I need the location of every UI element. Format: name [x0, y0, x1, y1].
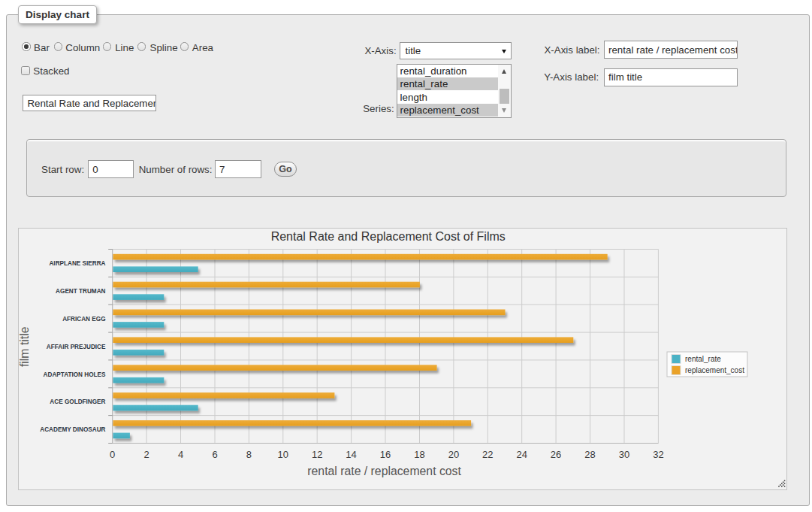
svg-text:Rental Rate and Replacement Co: Rental Rate and Replacement Cost of Film… — [271, 230, 506, 243]
svg-text:22: 22 — [482, 449, 493, 460]
svg-text:8: 8 — [246, 449, 252, 460]
svg-text:20: 20 — [448, 449, 459, 460]
svg-text:ACE GOLDFINGER: ACE GOLDFINGER — [50, 398, 105, 405]
svg-text:16: 16 — [380, 449, 391, 460]
svg-text:rental_rate: rental_rate — [685, 355, 721, 363]
svg-text:30: 30 — [619, 449, 629, 460]
svg-text:AFFAIR PREJUDICE: AFFAIR PREJUDICE — [47, 344, 106, 350]
svg-text:26: 26 — [551, 449, 561, 460]
svg-text:0: 0 — [110, 449, 115, 460]
svg-text:10: 10 — [278, 449, 288, 460]
svg-text:6: 6 — [212, 449, 217, 460]
svg-text:AIRPLANE SIERRA: AIRPLANE SIERRA — [49, 260, 105, 267]
svg-text:ADAPTATION HOLES: ADAPTATION HOLES — [44, 371, 106, 378]
svg-text:2: 2 — [143, 449, 149, 460]
svg-text:4: 4 — [178, 449, 183, 460]
svg-text:24: 24 — [516, 449, 527, 460]
svg-text:32: 32 — [653, 449, 663, 460]
svg-text:rental rate / replacement cost: rental rate / replacement cost — [307, 465, 461, 477]
svg-text:ACADEMY DINOSAUR: ACADEMY DINOSAUR — [40, 426, 105, 433]
svg-text:14: 14 — [346, 449, 356, 460]
svg-text:12: 12 — [312, 449, 322, 460]
svg-text:AGENT TRUMAN: AGENT TRUMAN — [56, 288, 105, 295]
svg-text:film title: film title — [19, 326, 32, 367]
svg-text:replacement_cost: replacement_cost — [685, 366, 744, 374]
svg-text:18: 18 — [414, 449, 424, 460]
svg-text:AFRICAN EGG: AFRICAN EGG — [62, 316, 105, 323]
svg-text:28: 28 — [584, 449, 595, 460]
